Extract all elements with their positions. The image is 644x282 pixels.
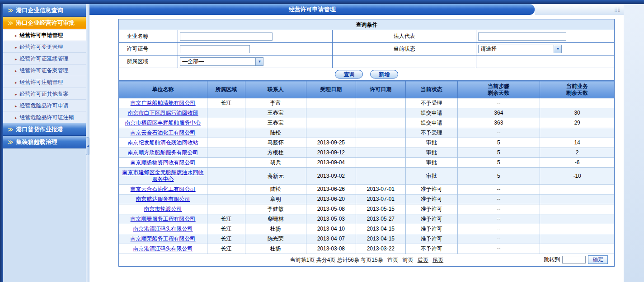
company-link[interactable]: 南京顺荣船务工程有限公司 xyxy=(131,236,196,242)
column-header: 联系人 xyxy=(245,81,306,98)
table-cell xyxy=(356,138,405,148)
status-select[interactable]: 请选择 ▼ xyxy=(478,45,562,53)
sidebar-sub-item[interactable]: ▸经营许可变更管理 xyxy=(3,41,86,53)
table-cell: 长江 xyxy=(207,224,245,234)
table-cell xyxy=(207,158,245,168)
table-cell xyxy=(207,128,245,138)
arrow-bullet-icon: ▸ xyxy=(15,104,17,108)
table-cell: 长江 xyxy=(207,214,245,224)
sidebar-item-label: 经营许可证其他备案 xyxy=(19,91,68,97)
company-link[interactable]: 南京市栖霞区丰辉船舶服务中心 xyxy=(125,120,201,126)
table-row: 南京港清江码头有限公司长江杜扬2013-04-102013-04-15准予许可-… xyxy=(119,224,614,234)
sidebar-collapse-bar[interactable]: ◀ xyxy=(86,4,89,282)
table-cell xyxy=(356,108,405,118)
page-title-bar: 经营许可申请管理 xyxy=(89,4,535,15)
table-cell: 蒋新元 xyxy=(245,168,306,185)
query-panel: 查询条件 企业名称 法人代表 许可证号 当前状态 请选择 ▼ xyxy=(118,19,615,267)
column-header: 单位名称 xyxy=(119,81,207,98)
search-button[interactable]: 查询 xyxy=(335,70,363,79)
double-chevron-icon: ≫ xyxy=(8,20,14,26)
main-area: 经营许可申请管理 ⣿⣿ 查询条件 企业名称 法人代表 许可证号 当前状态 xyxy=(89,4,624,282)
company-name-cell: 南京港清江码头有限公司 xyxy=(119,224,207,234)
company-link[interactable]: 南京港清江码头有限公司 xyxy=(133,245,193,252)
pagination-center: 当前第1页 共分4页 总计56条 每页15条 首页 前页 后页 尾页 xyxy=(289,256,445,264)
status-label: 当前状态 xyxy=(333,43,476,55)
add-button[interactable]: 新增 xyxy=(370,70,398,79)
company-link[interactable]: 南京顺扬物资回收有限公司 xyxy=(131,159,196,166)
pagination-next[interactable]: 后页 xyxy=(418,257,428,263)
company-link[interactable]: 南京港清江码头有限公司 xyxy=(133,226,193,232)
arrow-bullet-icon: ▸ xyxy=(15,116,17,120)
sidebar-collapse-handle[interactable]: ◀ xyxy=(86,137,89,155)
license-no-input[interactable] xyxy=(180,45,250,53)
table-cell: 14 xyxy=(540,138,614,148)
company-link[interactable]: 南京市建邺区金元船舶废油水回收服务中心 xyxy=(122,169,204,182)
results-table: 单位名称所属区域联系人受理日期许可日期当前状态当前步骤 剩余天数当前业务 剩余天… xyxy=(119,81,614,254)
double-chevron-icon: ≫ xyxy=(8,139,14,145)
company-link[interactable]: 南京广益船舶清舱有限公司 xyxy=(131,100,196,106)
table-cell: 陆松 xyxy=(245,128,306,138)
company-link[interactable]: 南京纪发船舶清仓残油回收站 xyxy=(128,139,198,146)
pagination-last[interactable]: 尾页 xyxy=(432,257,443,263)
company-link[interactable]: 南京云合石油化工有限公司 xyxy=(131,186,196,192)
company-link[interactable]: 南京顺方欣船舶服务有限公司 xyxy=(128,149,198,156)
table-cell: 2013-04-15 xyxy=(356,234,405,244)
company-link[interactable]: 南京顺珊服务工程有限公司 xyxy=(131,216,196,222)
table-row: 南京广益船舶清舱有限公司长江李富不予受理-- xyxy=(119,98,614,108)
sidebar-sub-item[interactable]: ▸经营危险品许可证注销 xyxy=(3,111,86,123)
table-cell xyxy=(207,168,245,185)
sidebar-sub-item[interactable]: ▸经营许可证备案管理 xyxy=(3,65,86,76)
sidebar-sub-item[interactable]: ▸经营许可证其他备案 xyxy=(3,88,86,100)
table-cell: 准予许可 xyxy=(405,224,457,234)
table-cell: 陆松 xyxy=(245,185,306,194)
table-cell: 5 xyxy=(457,138,540,148)
table-row: 南京纪发船舶清仓残油回收站马薮怀2013-09-25审批514 xyxy=(119,138,614,148)
region-select[interactable]: —全部— ▼ xyxy=(180,57,263,66)
table-cell: 王春宝 xyxy=(245,118,306,128)
table-cell xyxy=(540,128,614,138)
company-name-input[interactable] xyxy=(180,32,273,41)
table-row: 南京顺方欣船舶服务有限公司方根柱2013-09-12审批52 xyxy=(119,148,614,158)
table-row: 南京顺荣船务工程有限公司长江陈光荣2013-04-072013-04-15准予许… xyxy=(119,234,614,244)
table-cell: -- xyxy=(457,185,540,194)
pagination-bar: 当前第1页 共分4页 总计56条 每页15条 首页 前页 后页 尾页 跳转到 确… xyxy=(119,254,614,266)
table-cell: 李健敏 xyxy=(245,204,306,214)
sidebar-group-item[interactable]: ≫集装箱超载治理 xyxy=(3,136,86,148)
legal-rep-input[interactable] xyxy=(478,32,566,41)
table-cell: 不予受理 xyxy=(405,128,457,138)
sidebar-item-label: 经营许可变更管理 xyxy=(19,44,63,50)
table-cell xyxy=(356,128,405,138)
pagination-prev: 前页 xyxy=(402,257,413,263)
table-cell: 2013-04-15 xyxy=(356,224,405,234)
sidebar-sub-item[interactable]: ▸经营许可证延续管理 xyxy=(3,53,86,65)
table-cell: -- xyxy=(457,224,540,234)
status-select-value: 请选择 xyxy=(479,45,554,53)
company-name-cell: 南京顺荣船务工程有限公司 xyxy=(119,234,207,244)
table-cell: 长江 xyxy=(207,244,245,254)
sidebar-group-item[interactable]: ≫港口企业信息查询 xyxy=(3,4,86,17)
company-link[interactable]: 南京市白下区恩赐污油回收部 xyxy=(128,110,198,116)
sidebar-group-item[interactable]: ≫港口企业经营许可审批 xyxy=(3,17,86,29)
table-cell: 2013-06-20 xyxy=(306,194,356,204)
company-link[interactable]: 南京云合石油化工有限公司 xyxy=(131,129,196,136)
table-cell: 准予许可 xyxy=(405,185,457,194)
top-strip xyxy=(0,0,644,4)
table-cell: 不予受理 xyxy=(405,98,457,108)
page-title: 经营许可申请管理 xyxy=(289,6,336,13)
sidebar-sub-item[interactable]: ▸经营危险品许可申请 xyxy=(3,100,86,111)
double-chevron-icon: ≫ xyxy=(8,7,14,14)
sidebar-sub-item[interactable]: ▸经营许可申请管理 xyxy=(3,29,86,41)
sidebar-group-item[interactable]: ≫港口普货作业报港 xyxy=(3,123,86,136)
jump-page-input[interactable] xyxy=(562,256,586,264)
legal-rep-label: 法人代表 xyxy=(333,30,476,43)
sidebar-sub-item[interactable]: ▸经营许可注销管理 xyxy=(3,76,86,88)
company-name-cell: 南京市栖霞区丰辉船舶服务中心 xyxy=(119,118,207,128)
header-decoration: ⣿⣿ xyxy=(535,4,624,15)
table-row: 南京顺珊服务工程有限公司长江柴珊林2013-05-032013-05-27准予许… xyxy=(119,214,614,224)
double-chevron-icon: ≫ xyxy=(8,126,14,133)
table-cell: 2013-04-07 xyxy=(306,234,356,244)
jump-confirm-button[interactable]: 确定 xyxy=(588,255,608,264)
arrow-bullet-icon: ▸ xyxy=(15,45,17,50)
company-link[interactable]: 南京市轮渡公司 xyxy=(144,206,182,212)
company-link[interactable]: 南京航达服务有限公司 xyxy=(136,196,190,202)
